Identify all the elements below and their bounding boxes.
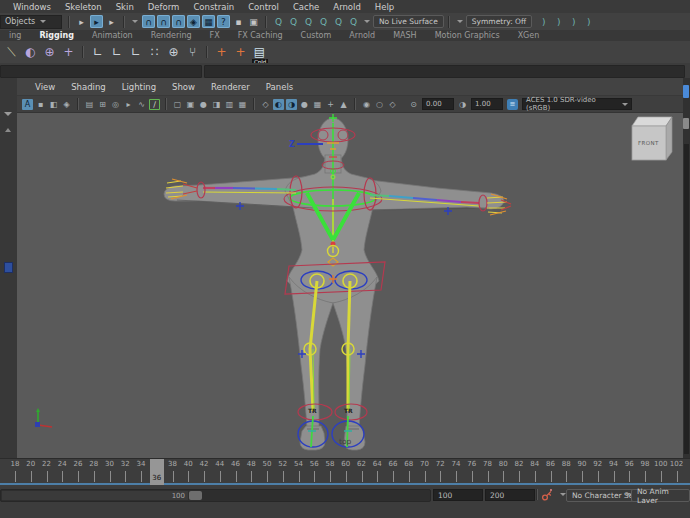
shelf-tab-fx[interactable]: FX: [201, 31, 229, 40]
2d-pan-zoom-icon[interactable]: ⊞: [97, 99, 108, 110]
cpld-shelf-button[interactable]: ▤Cpld: [251, 44, 268, 61]
exposure-toggle-icon[interactable]: ◇: [387, 99, 398, 110]
grease-pencil-icon[interactable]: ∕: [149, 99, 160, 110]
menu-deform[interactable]: Deform: [141, 2, 187, 12]
snap-to-point-icon[interactable]: ∩: [172, 15, 185, 28]
snap-to-grid-icon[interactable]: ∩: [142, 15, 155, 28]
chevron-down-icon[interactable]: [457, 20, 463, 23]
make-object-live-icon[interactable]: ?: [217, 15, 230, 28]
animation-end-field[interactable]: 200: [485, 489, 535, 501]
textured-toggle-icon[interactable]: ◐: [273, 99, 284, 110]
character-mesh[interactable]: [164, 118, 504, 450]
sculpt-deformer-icon[interactable]: ◐: [22, 44, 39, 61]
menu-skin[interactable]: Skin: [109, 2, 141, 12]
render-current-frame-icon[interactable]: ): [552, 15, 565, 28]
anim-layer-selector[interactable]: No Anim Layer: [631, 489, 690, 502]
gamma-icon[interactable]: ◑: [457, 99, 468, 110]
wand-icon[interactable]: ∿: [136, 99, 147, 110]
shelf-tab-fx-caching[interactable]: FX Caching: [229, 31, 292, 40]
motion-blur-icon[interactable]: +: [325, 99, 336, 110]
colorspace-dropdown[interactable]: ACES 1.0 SDR-video (sRGB): [522, 98, 632, 110]
current-frame-marker[interactable]: 36: [150, 459, 164, 485]
oversampling-icon[interactable]: ◎: [110, 99, 121, 110]
image-plane-icon[interactable]: ▤: [84, 99, 95, 110]
camera-attributes-icon[interactable]: ◧: [48, 99, 59, 110]
view-cube-face-label[interactable]: FRONT: [638, 140, 659, 146]
live-surface-field[interactable]: No Live Surface: [373, 15, 444, 28]
all-lights-mode-icon[interactable]: ◨: [211, 99, 222, 110]
collapse-arrow-icon[interactable]: [4, 112, 12, 116]
bookmarks-icon[interactable]: ◈: [61, 99, 72, 110]
insert-joint-icon[interactable]: ∟: [108, 44, 125, 61]
ik-handle-icon[interactable]: ∟: [127, 44, 144, 61]
chevron-down-icon[interactable]: [132, 20, 138, 23]
scrollbar[interactable]: [684, 144, 689, 454]
snap-to-view-plane-icon[interactable]: ▦: [202, 15, 215, 28]
shelf-tab-rigging[interactable]: Rigging: [30, 31, 83, 40]
locator-icon[interactable]: +: [213, 44, 230, 61]
select-camera-icon[interactable]: A: [22, 99, 33, 110]
symmetry-field[interactable]: Symmetry: Off: [466, 15, 532, 28]
isolate-select-icon[interactable]: ◉: [361, 99, 372, 110]
set-key-icon[interactable]: [541, 489, 553, 501]
surface-history-icon[interactable]: Q: [332, 15, 345, 28]
snap-to-curve-icon[interactable]: ∩: [157, 15, 170, 28]
shaded-mode-icon[interactable]: ▣: [185, 99, 196, 110]
scroll-up-icon[interactable]: [5, 128, 11, 132]
exposure-field[interactable]: 0.00: [422, 98, 454, 110]
menu-cache[interactable]: Cache: [286, 2, 326, 12]
shelf-tab-motion-graphics[interactable]: Motion Graphics: [426, 31, 509, 40]
shelf-tab-custom[interactable]: Custom: [292, 31, 341, 40]
cluster-deformer-icon[interactable]: +: [60, 44, 77, 61]
render-settings-icon[interactable]: ): [582, 15, 595, 28]
ipr-render-icon[interactable]: ): [567, 15, 580, 28]
gamma-field[interactable]: 1.00: [471, 98, 503, 110]
panel-menu-lighting[interactable]: Lighting: [114, 82, 164, 92]
wrap-deformer-icon[interactable]: ⊕: [41, 44, 58, 61]
range-slider[interactable]: 100: [0, 489, 431, 502]
lights-toggle-icon[interactable]: ◑: [286, 99, 297, 110]
menu-constrain[interactable]: Constrain: [186, 2, 241, 12]
mirror-joint-icon[interactable]: ⑂: [184, 44, 201, 61]
color-managed-icon[interactable]: ≡: [507, 99, 518, 110]
range-slider-inner[interactable]: [2, 491, 188, 500]
history-toggle-icon[interactable]: Q: [317, 15, 330, 28]
panel-menu-view[interactable]: View: [27, 82, 63, 92]
chevron-down-icon[interactable]: [364, 20, 370, 23]
panel-tab2-icon[interactable]: [683, 118, 689, 129]
menu-control[interactable]: Control: [241, 2, 286, 12]
panel-menu-shading[interactable]: Shading: [63, 82, 114, 92]
snapshot-icon[interactable]: ▸: [123, 99, 134, 110]
select-object-icon[interactable]: ▸: [90, 15, 103, 28]
construction-history-icon[interactable]: Q: [302, 15, 315, 28]
open-render-view-icon[interactable]: ): [537, 15, 550, 28]
input-connections-icon[interactable]: Q: [272, 15, 285, 28]
lock-camera-icon[interactable]: ▪: [35, 99, 46, 110]
select-component-icon[interactable]: ▸: [105, 15, 118, 28]
create-joint-icon[interactable]: ∟: [89, 44, 106, 61]
panel-menu-renderer[interactable]: Renderer: [203, 82, 258, 92]
shelf-tab-arnold[interactable]: Arnold: [340, 31, 384, 40]
snap-to-projected-center-icon[interactable]: ◈: [187, 15, 200, 28]
shadows-toggle-icon[interactable]: ●: [299, 99, 310, 110]
shelf-edge-icon[interactable]: ⟍: [3, 44, 20, 61]
xray-icon[interactable]: ○: [374, 99, 385, 110]
textured-mode-icon[interactable]: ●: [198, 99, 209, 110]
ssao-icon[interactable]: ▦: [312, 99, 323, 110]
highlight-selection-icon[interactable]: ▣: [247, 15, 260, 28]
wireframe-mode-icon[interactable]: ▢: [172, 99, 183, 110]
menu-arnold[interactable]: Arnold: [326, 2, 368, 12]
view-cube[interactable]: FRONT: [632, 117, 672, 160]
ik-spline-icon[interactable]: ∷: [146, 44, 163, 61]
shelf-tab-mash[interactable]: MASH: [384, 31, 425, 40]
annotate-locator-icon[interactable]: +: [232, 44, 249, 61]
shelf-tab-animation[interactable]: Animation: [83, 31, 142, 40]
two-panes-icon[interactable]: ▥: [224, 99, 235, 110]
perspective-viewport[interactable]: ViewShadingLightingShowRendererPanels A▪…: [17, 78, 683, 458]
default-material-icon[interactable]: ◇: [260, 99, 271, 110]
viewport-canvas[interactable]: Z: [17, 113, 683, 460]
panel-menu-panels[interactable]: Panels: [258, 82, 301, 92]
selection-mode-combo[interactable]: Objects: [0, 15, 62, 29]
shelf-tab-rendering[interactable]: Rendering: [142, 31, 201, 40]
time-slider[interactable]: 1820222426283032343638404244464850525456…: [0, 458, 690, 488]
